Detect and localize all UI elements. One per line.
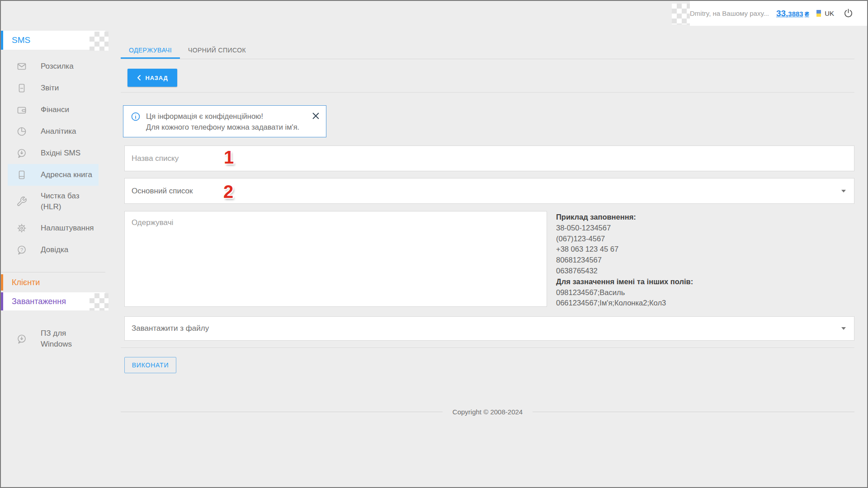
sidebar-item-label: Чистка баз(HLR) (41, 191, 80, 212)
balance-main: 33, (776, 9, 788, 18)
footer-divider-left (121, 412, 443, 412)
info-icon (131, 112, 141, 132)
sidebar-item-label: Аналітика (41, 126, 76, 137)
upload-source-value: Завантажити з файлу (132, 324, 209, 333)
download-icon (16, 333, 27, 344)
sidebar-item-analytics[interactable]: Аналітика (8, 121, 99, 142)
back-button[interactable]: НАЗАД (127, 69, 177, 87)
wallet-icon (16, 104, 27, 115)
example-line: (067)123-4567 (556, 234, 693, 244)
list-name-input[interactable] (124, 145, 854, 171)
main-content: ОДЕРЖУВАЧІ ЧОРНИЙ СПИСОК НАЗАД Ця інформ… (121, 31, 854, 488)
account-user-text: Dmitry, на Вашому раху... (690, 9, 769, 17)
sms-section-label: SMS (12, 35, 30, 45)
logout-power-icon[interactable] (843, 8, 854, 19)
example-line: 38-050-1234567 (556, 223, 693, 234)
sidebar-item-label: Налаштування (41, 223, 94, 234)
annotation-number-1: 1 (224, 148, 234, 166)
fill-example-block: Приклад заповнення: 38-050-1234567 (067)… (556, 212, 693, 309)
copyright-text: Copyright © 2008-2024 (453, 408, 523, 416)
sidebar-item-label: Розсилка (41, 61, 74, 72)
svg-text:?: ? (20, 247, 23, 253)
currency-symbol: ₴ (805, 10, 809, 18)
upload-source-select[interactable]: Завантажити з файлу (124, 316, 854, 341)
tab-bar: ОДЕРЖУВАЧІ ЧОРНИЙ СПИСОК (121, 41, 854, 59)
recipients-textarea[interactable] (124, 211, 547, 307)
example-line: 80681234567 (556, 255, 693, 266)
envelope-icon (16, 61, 27, 72)
footer: Copyright © 2008-2024 (121, 408, 854, 416)
example-title: Приклад заповнення: (556, 212, 693, 223)
sidebar-item-hlr-cleaning[interactable]: Чистка баз(HLR) (8, 186, 99, 217)
example-line: +38 063 123 45 67 (556, 244, 693, 255)
example-line: 0981234567;Василь (556, 287, 693, 298)
annotation-number-2: 2 (223, 183, 233, 201)
pixel-decoration-topbar (672, 4, 692, 24)
sidebar-item-label: Довідка (41, 244, 68, 255)
balance-link[interactable]: 33,3883₴ (776, 9, 809, 19)
sidebar-item-reports[interactable]: Звіти (8, 77, 99, 99)
submit-button[interactable]: ВИКОНАТИ (124, 357, 176, 373)
report-icon (16, 83, 27, 94)
info-text: Ця інформація є конфіденційною! Для кожн… (146, 111, 299, 132)
section-divider (121, 347, 854, 348)
chevron-down-icon (841, 190, 846, 192)
sidebar-item-windows-software[interactable]: ПЗ дляWindows (8, 323, 99, 355)
close-icon[interactable] (312, 112, 320, 120)
section-divider (121, 92, 854, 93)
sidebar-section-clients[interactable]: Клієнти (1, 272, 105, 292)
sidebar-item-mailing[interactable]: Розсилка (8, 56, 99, 77)
app-window: Dmitry, на Вашому раху... 33,3883₴ UK SM… (0, 0, 868, 488)
sidebar-item-label: Вхідні SMS (41, 148, 80, 159)
ukraine-flag-icon (816, 10, 821, 17)
sidebar-item-incoming-sms[interactable]: Вхідні SMS (8, 142, 99, 164)
wrench-icon (16, 196, 27, 207)
gear-icon (16, 223, 27, 234)
sidebar-item-help[interactable]: ? Довідка (8, 239, 99, 261)
chevron-left-icon (137, 75, 141, 81)
tab-blacklist[interactable]: ЧОРНИЙ СПИСОК (180, 41, 254, 59)
list-type-select[interactable]: Основний список (124, 178, 854, 204)
downloads-label: Завантаження (12, 297, 66, 306)
pie-chart-icon (16, 126, 27, 137)
example-title-2: Для зазначення імені та інших полів: (556, 277, 693, 287)
incoming-message-icon (16, 148, 27, 159)
sidebar-item-settings[interactable]: Налаштування (8, 217, 99, 239)
list-type-value: Основний список (132, 187, 193, 196)
topbar-user-card: Dmitry, на Вашому раху... 33,3883₴ UK (690, 1, 867, 26)
sidebar-item-label: ПЗ дляWindows (41, 328, 72, 350)
help-icon: ? (16, 244, 27, 255)
tab-recipients[interactable]: ОДЕРЖУВАЧІ (121, 41, 180, 59)
address-book-icon (16, 169, 27, 180)
language-selector[interactable]: UK (825, 9, 834, 17)
sidebar-item-address-book[interactable]: Адресна книга (8, 164, 99, 186)
footer-divider-right (533, 412, 854, 412)
balance-fraction: 3883 (788, 10, 803, 18)
sidebar-item-finance[interactable]: Фінанси (8, 99, 99, 121)
sidebar-nav: Розсилка Звіти Фінанси Аналітика Вхідні … (1, 50, 105, 261)
back-button-label: НАЗАД (145, 75, 168, 81)
pixel-decoration-sms (90, 32, 108, 51)
sidebar-item-label: Адресна книга (41, 169, 92, 180)
confidential-info-box: Ця інформація є конфіденційною! Для кожн… (123, 105, 326, 137)
example-line: 0661234567;Ім'я;Колонка2;Кол3 (556, 298, 693, 309)
chevron-down-icon (841, 327, 846, 330)
info-line-2: Для кожного телефону можна задавати ім'я… (146, 122, 299, 132)
clients-label: Клієнти (12, 278, 40, 287)
example-line: 0638765432 (556, 266, 693, 277)
pixel-decoration-downloads (90, 293, 108, 310)
info-line-1: Ця інформація є конфіденційною! (146, 111, 299, 122)
sidebar-item-label: Фінанси (41, 104, 69, 115)
sidebar-item-label: Звіти (41, 83, 59, 94)
